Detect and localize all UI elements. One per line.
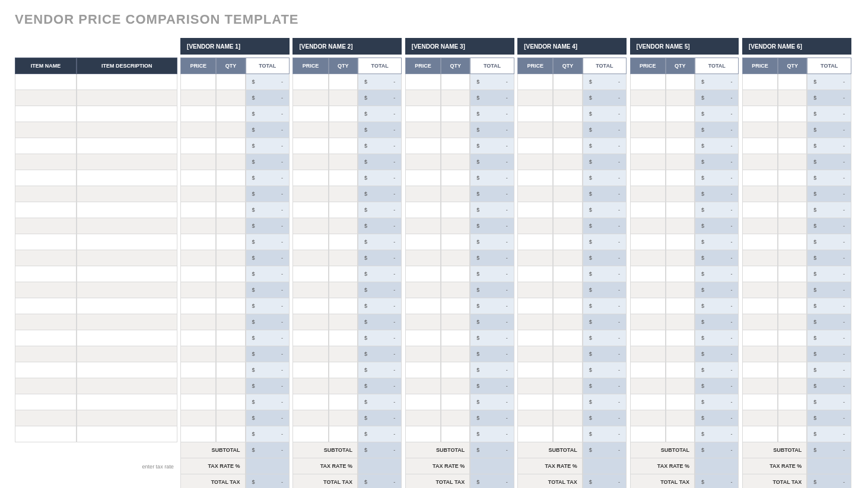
cell-price[interactable] bbox=[180, 330, 216, 346]
cell-item-desc[interactable] bbox=[77, 346, 177, 362]
cell-price[interactable] bbox=[405, 186, 441, 202]
cell-qty[interactable] bbox=[553, 90, 582, 106]
cell-qty[interactable] bbox=[778, 330, 807, 346]
cell-qty[interactable] bbox=[553, 202, 582, 218]
cell-price[interactable] bbox=[405, 282, 441, 298]
cell-item-desc[interactable] bbox=[77, 282, 177, 298]
cell-price[interactable] bbox=[292, 154, 328, 170]
cell-qty[interactable] bbox=[441, 314, 470, 330]
cell-price[interactable] bbox=[517, 410, 553, 426]
cell-qty[interactable] bbox=[216, 266, 245, 282]
cell-price[interactable] bbox=[405, 202, 441, 218]
cell-item-name[interactable] bbox=[15, 106, 77, 122]
cell-qty[interactable] bbox=[329, 90, 358, 106]
cell-qty[interactable] bbox=[329, 362, 358, 378]
cell-qty[interactable] bbox=[216, 154, 245, 170]
cell-price[interactable] bbox=[517, 314, 553, 330]
cell-qty[interactable] bbox=[778, 346, 807, 362]
summary-input[interactable] bbox=[246, 458, 290, 474]
cell-qty[interactable] bbox=[441, 394, 470, 410]
cell-price[interactable] bbox=[292, 90, 328, 106]
cell-price[interactable] bbox=[292, 138, 328, 154]
cell-qty[interactable] bbox=[778, 186, 807, 202]
cell-item-name[interactable] bbox=[15, 170, 77, 186]
cell-price[interactable] bbox=[517, 378, 553, 394]
cell-price[interactable] bbox=[517, 362, 553, 378]
cell-price[interactable] bbox=[517, 122, 553, 138]
cell-price[interactable] bbox=[517, 154, 553, 170]
cell-qty[interactable] bbox=[216, 74, 245, 90]
cell-price[interactable] bbox=[517, 218, 553, 234]
cell-qty[interactable] bbox=[329, 234, 358, 250]
cell-price[interactable] bbox=[517, 186, 553, 202]
cell-price[interactable] bbox=[292, 218, 328, 234]
cell-price[interactable] bbox=[180, 394, 216, 410]
cell-price[interactable] bbox=[405, 250, 441, 266]
cell-qty[interactable] bbox=[553, 266, 582, 282]
cell-price[interactable] bbox=[180, 122, 216, 138]
cell-price[interactable] bbox=[405, 170, 441, 186]
cell-item-desc[interactable] bbox=[77, 90, 177, 106]
cell-price[interactable] bbox=[630, 106, 666, 122]
cell-qty[interactable] bbox=[666, 106, 695, 122]
cell-price[interactable] bbox=[292, 410, 328, 426]
cell-qty[interactable] bbox=[441, 234, 470, 250]
cell-price[interactable] bbox=[292, 234, 328, 250]
cell-price[interactable] bbox=[630, 90, 666, 106]
cell-price[interactable] bbox=[742, 202, 778, 218]
cell-qty[interactable] bbox=[216, 106, 245, 122]
cell-item-desc[interactable] bbox=[77, 378, 177, 394]
cell-price[interactable] bbox=[405, 314, 441, 330]
cell-price[interactable] bbox=[292, 250, 328, 266]
cell-item-desc[interactable] bbox=[77, 394, 177, 410]
cell-item-desc[interactable] bbox=[77, 298, 177, 314]
cell-price[interactable] bbox=[180, 282, 216, 298]
cell-qty[interactable] bbox=[553, 106, 582, 122]
cell-qty[interactable] bbox=[441, 186, 470, 202]
cell-item-desc[interactable] bbox=[77, 314, 177, 330]
cell-price[interactable] bbox=[742, 266, 778, 282]
cell-price[interactable] bbox=[742, 250, 778, 266]
cell-item-name[interactable] bbox=[15, 122, 77, 138]
cell-item-name[interactable] bbox=[15, 218, 77, 234]
cell-price[interactable] bbox=[517, 266, 553, 282]
cell-price[interactable] bbox=[405, 138, 441, 154]
cell-price[interactable] bbox=[517, 394, 553, 410]
cell-price[interactable] bbox=[292, 266, 328, 282]
cell-price[interactable] bbox=[742, 282, 778, 298]
cell-qty[interactable] bbox=[441, 346, 470, 362]
cell-price[interactable] bbox=[630, 154, 666, 170]
cell-price[interactable] bbox=[742, 218, 778, 234]
cell-qty[interactable] bbox=[441, 218, 470, 234]
cell-qty[interactable] bbox=[216, 330, 245, 346]
cell-qty[interactable] bbox=[778, 170, 807, 186]
cell-qty[interactable] bbox=[216, 426, 245, 442]
cell-qty[interactable] bbox=[441, 138, 470, 154]
cell-price[interactable] bbox=[742, 234, 778, 250]
cell-price[interactable] bbox=[292, 106, 328, 122]
cell-item-name[interactable] bbox=[15, 266, 77, 282]
cell-qty[interactable] bbox=[216, 298, 245, 314]
cell-qty[interactable] bbox=[329, 282, 358, 298]
cell-qty[interactable] bbox=[441, 170, 470, 186]
cell-qty[interactable] bbox=[216, 250, 245, 266]
cell-qty[interactable] bbox=[666, 218, 695, 234]
cell-qty[interactable] bbox=[329, 266, 358, 282]
cell-price[interactable] bbox=[742, 314, 778, 330]
cell-item-desc[interactable] bbox=[77, 138, 177, 154]
cell-price[interactable] bbox=[742, 106, 778, 122]
cell-qty[interactable] bbox=[216, 362, 245, 378]
cell-price[interactable] bbox=[742, 330, 778, 346]
cell-price[interactable] bbox=[742, 410, 778, 426]
cell-qty[interactable] bbox=[778, 202, 807, 218]
cell-price[interactable] bbox=[517, 426, 553, 442]
cell-qty[interactable] bbox=[666, 410, 695, 426]
cell-price[interactable] bbox=[630, 122, 666, 138]
cell-item-desc[interactable] bbox=[77, 74, 177, 90]
cell-price[interactable] bbox=[405, 90, 441, 106]
cell-item-desc[interactable] bbox=[77, 106, 177, 122]
cell-qty[interactable] bbox=[553, 234, 582, 250]
cell-qty[interactable] bbox=[553, 218, 582, 234]
cell-price[interactable] bbox=[742, 122, 778, 138]
cell-qty[interactable] bbox=[553, 74, 582, 90]
